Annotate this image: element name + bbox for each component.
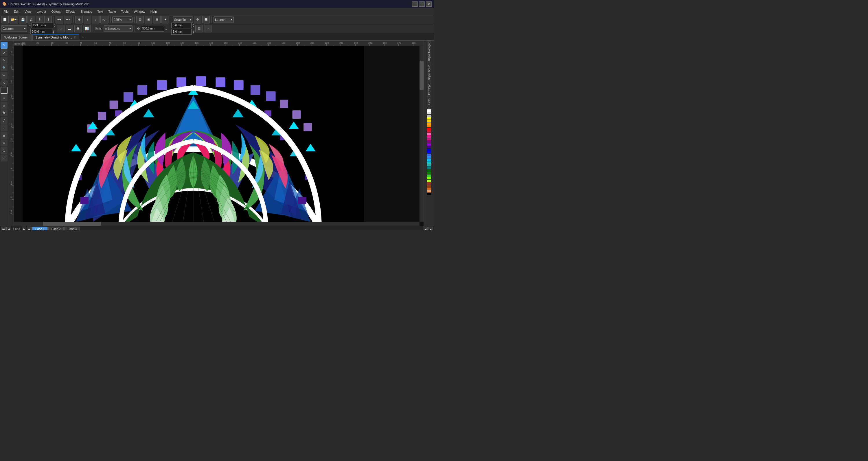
height-up[interactable]: ▲ <box>53 30 55 32</box>
page-scroll-left[interactable]: ◀ <box>423 226 428 230</box>
next-page-btn[interactable]: ▶ <box>22 226 26 230</box>
envelope-tab[interactable]: Envelope <box>427 82 431 97</box>
nudge1-down[interactable]: ▼ <box>192 26 194 28</box>
launch-dropdown[interactable]: Launch ▾ <box>214 17 234 23</box>
select-tool-btn[interactable]: ↖ <box>1 42 7 49</box>
plus-btn[interactable]: + <box>204 25 212 32</box>
posx-input[interactable] <box>141 26 164 32</box>
pen-tool-btn[interactable]: ⌇ <box>1 124 7 131</box>
resize-btn[interactable]: ⊡ <box>195 25 203 32</box>
swatch-sandybrown[interactable] <box>427 190 431 192</box>
redo-dropdown[interactable]: ↪▾ <box>64 16 71 24</box>
swatch-green[interactable] <box>427 172 431 174</box>
undo-dropdown[interactable]: ↩▾ <box>56 16 63 24</box>
menu-object[interactable]: Object <box>49 9 63 14</box>
save-button[interactable]: 💾 <box>19 16 27 24</box>
menu-layout[interactable]: Layout <box>34 9 48 14</box>
page-scroll-right[interactable]: ▶ <box>428 226 433 230</box>
page-border[interactable]: 📊 <box>83 25 91 32</box>
nudge1-input[interactable] <box>171 23 191 28</box>
view-toggle[interactable]: ⊟ <box>153 16 161 24</box>
horizontal-scrollbar[interactable] <box>14 222 420 226</box>
menu-text[interactable]: Text <box>95 9 105 14</box>
swatch-purple[interactable] <box>427 141 431 143</box>
height-down[interactable]: ▼ <box>53 32 55 34</box>
swatch-greenyellow[interactable] <box>427 180 431 182</box>
snap-toggle[interactable]: 🔲 <box>202 16 210 24</box>
swatch-chartreuse[interactable] <box>427 177 431 179</box>
menu-effects[interactable]: Effects <box>63 9 78 14</box>
shape-tool-btn[interactable]: ⤢ <box>1 49 7 56</box>
nudge1-up[interactable]: ▲ <box>192 24 194 26</box>
swatch-medvioletred[interactable] <box>427 138 431 140</box>
pencil-tool-btn[interactable]: ✏ <box>1 140 7 147</box>
swatch-white[interactable] <box>427 110 431 112</box>
object-manager-tab[interactable]: Object Manager <box>427 40 431 63</box>
tab-symmetry[interactable]: Symmetry Drawing Mod... ✕ <box>32 34 80 40</box>
add-more-btn[interactable]: + <box>1 155 7 161</box>
swatch-crimson[interactable] <box>427 130 431 132</box>
swatch-darkviolet[interactable] <box>427 143 431 146</box>
swatch-black[interactable] <box>427 193 431 195</box>
posx-spinners[interactable]: ▲ ▼ <box>165 27 167 31</box>
page-layout[interactable]: ⊞ <box>74 25 82 32</box>
swatch-teal[interactable] <box>427 167 431 169</box>
preset-dropdown[interactable]: Custom ▾ <box>1 26 27 32</box>
swatch-dodgerblue[interactable] <box>427 156 431 159</box>
nudge1-spinners[interactable]: ▲ ▼ <box>192 24 194 28</box>
polygon-tool-btn[interactable]: △ <box>1 102 7 109</box>
height-spinners[interactable]: ▲ ▼ <box>53 30 55 34</box>
smart-fill-btn[interactable]: ⬡ <box>1 147 7 154</box>
title-bar-controls[interactable]: − ❐ ✕ <box>412 1 432 7</box>
pick-tool[interactable]: ✦ <box>161 16 169 24</box>
hints-tab[interactable]: Hints <box>427 97 431 106</box>
swatch-brown[interactable] <box>427 182 431 185</box>
units-dropdown[interactable]: millimeters ▾ <box>103 26 132 32</box>
swatch-darkturquoise[interactable] <box>427 161 431 164</box>
rectangle-tool-btn[interactable] <box>1 87 7 94</box>
portrait-btn[interactable]: ▭ <box>57 25 64 32</box>
snap-settings[interactable]: ⚙ <box>194 16 202 24</box>
swatch-gray[interactable] <box>427 115 431 117</box>
swatch-chocolate[interactable] <box>427 187 431 190</box>
swatch-orange[interactable] <box>427 122 431 125</box>
color-none[interactable]: ∅ <box>427 107 431 109</box>
width-down[interactable]: ▼ <box>54 26 56 28</box>
swatch-limegreen[interactable] <box>427 175 431 177</box>
swatch-hotpink[interactable] <box>427 133 431 135</box>
ellipse-tool-btn[interactable]: ○ <box>1 94 7 101</box>
width-up[interactable]: ▲ <box>54 24 56 26</box>
open-dropdown[interactable]: 📂▾ <box>9 16 18 24</box>
prev-page-btn[interactable]: ◀ <box>6 226 11 230</box>
minimize-button[interactable]: − <box>412 1 418 7</box>
object-styles-tab[interactable]: Object Styles <box>427 63 431 82</box>
swatch-royalblue[interactable] <box>427 154 431 156</box>
swatch-darkgreen[interactable] <box>427 169 431 172</box>
view-options[interactable]: ⊞ <box>145 16 152 24</box>
swatch-lightgray[interactable] <box>427 112 431 114</box>
menu-view[interactable]: View <box>22 9 34 14</box>
posx-up[interactable]: ▲ <box>165 27 167 29</box>
swatch-deepskyblue[interactable] <box>427 159 431 161</box>
menu-file[interactable]: File <box>1 9 11 14</box>
vertical-scrollbar[interactable] <box>420 46 424 222</box>
full-screen[interactable]: ⊡ <box>136 16 144 24</box>
menu-help[interactable]: Help <box>148 9 159 14</box>
swatch-darkorange[interactable] <box>427 125 431 127</box>
fill-tool-btn[interactable]: ▦ <box>1 132 7 139</box>
swatch-indigo[interactable] <box>427 146 431 148</box>
menu-bitmaps[interactable]: Bitmaps <box>79 9 95 14</box>
width-spinners[interactable]: ▲ ▼ <box>54 24 56 28</box>
swatch-medblue[interactable] <box>427 149 431 151</box>
swatch-deeppink[interactable] <box>427 135 431 138</box>
snapto-dropdown[interactable]: Snap To ▾ <box>173 17 193 23</box>
new-button[interactable]: 📄 <box>1 16 9 24</box>
swatch-yellow[interactable] <box>427 117 431 120</box>
menu-table[interactable]: Table <box>106 9 118 14</box>
nudge2-spinners[interactable]: ▲ ▼ <box>192 30 194 34</box>
swatch-saddlebrown[interactable] <box>427 185 431 187</box>
text-tool-btn[interactable]: A <box>1 110 7 116</box>
tab-welcome[interactable]: Welcome Screen <box>1 34 32 40</box>
pdf-export[interactable]: PDF <box>100 16 108 24</box>
page3-tab[interactable]: Page 3 <box>64 226 80 230</box>
